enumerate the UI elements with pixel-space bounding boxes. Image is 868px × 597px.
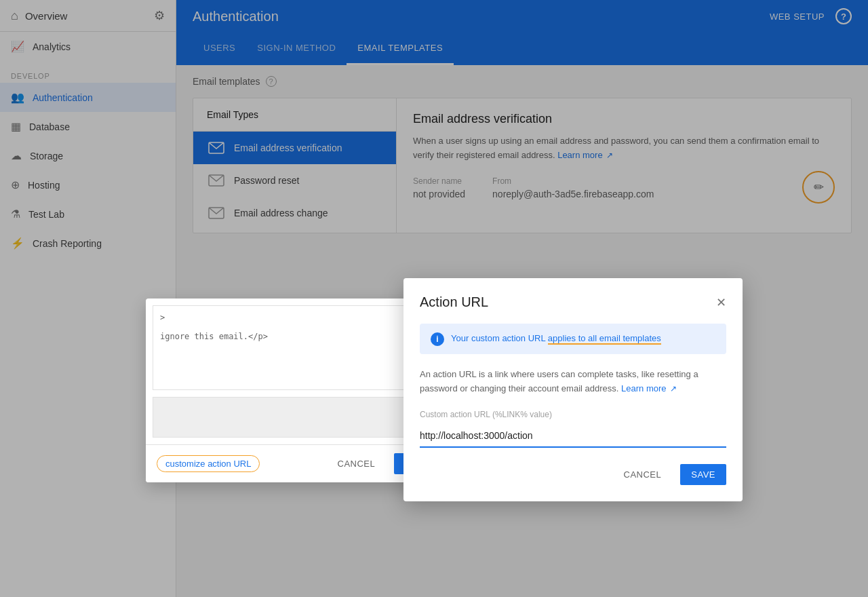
dialog-footer: CANCEL SAVE (420, 464, 726, 485)
dialog-url-input[interactable] (420, 425, 726, 446)
dialog-learn-more-link[interactable]: Learn more (621, 383, 666, 393)
dialog-field-label: Custom action URL (%LINK% value) (420, 410, 726, 419)
dialog-save-button[interactable]: SAVE (680, 464, 726, 485)
dialog-description: An action URL is a link where users can … (420, 368, 726, 396)
customize-action-url-button[interactable]: customize action URL (157, 455, 260, 472)
editor-cancel-button[interactable]: CANCEL (327, 453, 387, 474)
dialog-external-link-icon: ↗ (670, 384, 677, 393)
dialog-cancel-button[interactable]: CANCEL (613, 464, 673, 485)
dialog-info-text: Your custom action URL applies to all em… (451, 332, 661, 345)
info-icon: i (431, 332, 444, 346)
editor-textarea-wrapper: > ignore this email.</p> (153, 305, 444, 390)
dialog-header: Action URL ✕ (420, 294, 726, 310)
dialog-info-banner: i Your custom action URL applies to all … (420, 324, 726, 354)
editor-preview-area (153, 397, 444, 438)
editor-code-textarea[interactable]: > ignore this email.</p> (153, 306, 443, 387)
dialog-close-button[interactable]: ✕ (716, 295, 726, 310)
dialog-info-underlined-text: applies to all email templates (548, 333, 661, 345)
dialog-title: Action URL (420, 294, 488, 310)
dialog-input-wrapper (420, 425, 726, 448)
action-url-dialog: Action URL ✕ i Your custom action URL ap… (403, 278, 743, 501)
